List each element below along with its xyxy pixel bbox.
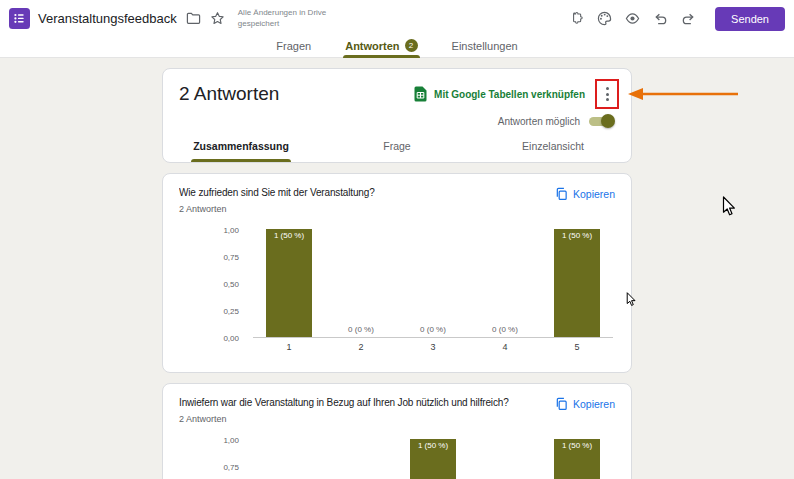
subtab-label: Zusammenfassung xyxy=(193,140,289,152)
question-title: Wie zufrieden sind Sie mit der Veranstal… xyxy=(179,187,375,198)
copy-label: Kopieren xyxy=(573,188,615,200)
redo-icon xyxy=(681,11,696,26)
bar-value-label: 1 (50 %) xyxy=(266,231,312,240)
bar-value-label: 0 (0 %) xyxy=(325,325,397,334)
toggle-knob xyxy=(601,114,615,128)
subtab-label: Frage xyxy=(383,140,410,152)
bar-value-label: 0 (0 %) xyxy=(397,325,469,334)
y-tick-label: 0,25 xyxy=(223,307,239,316)
chart-plot: 1 (50 %)0 (0 %)0 (0 %)0 (0 %)1 (50 %) xyxy=(253,230,613,338)
copy-chart-button[interactable]: Kopieren xyxy=(555,187,615,201)
x-tick-label: 1 xyxy=(253,342,325,352)
chart-y-axis: 1,000,750,500,250,00 xyxy=(179,230,239,338)
bar-slot: 0 (0 %) xyxy=(469,439,541,479)
redo-button[interactable] xyxy=(681,11,696,26)
responses-header-card: 2 Antworten Mit Google Tabellen verknüpf… xyxy=(162,68,632,163)
star-button[interactable] xyxy=(210,11,225,26)
bar-slot: 1 (50 %) xyxy=(397,439,469,479)
subtab-zusammenfassung[interactable]: Zusammenfassung xyxy=(163,132,319,162)
question-summary-card-2: Inwiefern war die Veranstaltung in Bezug… xyxy=(162,383,632,479)
accepting-responses-row: Antworten möglich xyxy=(163,106,631,128)
copy-label: Kopieren xyxy=(573,398,615,410)
tab-fragen[interactable]: Fragen xyxy=(274,37,313,58)
content-area: 2 Antworten Mit Google Tabellen verknüpf… xyxy=(0,58,794,479)
copy-icon xyxy=(555,187,568,201)
bar-chart: 1,000,750,500,250,00 0 (0 %)0 (0 %)1 (50… xyxy=(179,440,615,479)
bar-value-label: 1 (50 %) xyxy=(554,231,600,240)
chart-x-axis: 12345 xyxy=(253,342,613,352)
move-to-folder-button[interactable] xyxy=(186,11,201,26)
question-head: Inwiefern war die Veranstaltung in Bezug… xyxy=(163,384,631,411)
bar-slot: 1 (50 %) xyxy=(253,229,325,337)
tab-label: Einstellungen xyxy=(452,40,518,52)
preview-button[interactable] xyxy=(625,11,640,26)
copy-chart-button[interactable]: Kopieren xyxy=(555,397,615,411)
forms-logo-icon[interactable] xyxy=(9,8,30,29)
app-header: Veranstaltungsfeedback Alle Änderungen i… xyxy=(0,0,794,58)
topbar-actions: Senden xyxy=(569,7,785,31)
bar-value-label: 0 (0 %) xyxy=(469,325,541,334)
bar-slot: 1 (50 %) xyxy=(541,229,613,337)
bar-slot: 0 (0 %) xyxy=(469,229,541,337)
responses-count-badge: 2 xyxy=(405,39,418,52)
sheets-icon xyxy=(414,86,427,102)
x-tick-label: 4 xyxy=(469,342,541,352)
bar: 1 (50 %) xyxy=(554,439,600,479)
copy-icon xyxy=(555,397,568,411)
tab-label: Fragen xyxy=(276,40,311,52)
bar-slot: 0 (0 %) xyxy=(397,229,469,337)
customize-theme-button[interactable] xyxy=(597,11,612,26)
bar-slot: 1 (50 %) xyxy=(541,439,613,479)
question-response-count: 2 Antworten xyxy=(163,201,631,214)
main-tabs: Fragen Antworten 2 Einstellungen xyxy=(0,37,794,58)
responses-header-row: 2 Antworten Mit Google Tabellen verknüpf… xyxy=(163,69,631,106)
subtab-frage[interactable]: Frage xyxy=(319,132,475,162)
folder-icon xyxy=(186,11,201,26)
more-options-button[interactable] xyxy=(599,82,615,106)
subtab-einzelansicht[interactable]: Einzelansicht xyxy=(475,132,631,162)
undo-button[interactable] xyxy=(653,11,668,26)
tab-antworten[interactable]: Antworten 2 xyxy=(343,37,419,58)
bar: 1 (50 %) xyxy=(410,439,456,479)
bar-chart: 1,000,750,500,250,00 1 (50 %)0 (0 %)0 (0… xyxy=(179,230,615,358)
chart-y-axis: 1,000,750,500,250,00 xyxy=(179,440,239,479)
question-summary-card-1: Wie zufrieden sind Sie mit der Veranstal… xyxy=(162,173,632,373)
puzzle-icon xyxy=(569,11,584,26)
question-head: Wie zufrieden sind Sie mit der Veranstal… xyxy=(163,174,631,201)
x-tick-label: 2 xyxy=(325,342,397,352)
save-status: Alle Änderungen in Drive gespeichert xyxy=(238,8,338,29)
y-tick-label: 0,75 xyxy=(223,463,239,472)
y-tick-label: 0,50 xyxy=(223,280,239,289)
palette-icon xyxy=(597,11,612,26)
bar-slot: 0 (0 %) xyxy=(325,439,397,479)
more-options-wrap xyxy=(599,82,615,106)
link-to-sheets-button[interactable]: Mit Google Tabellen verknüpfen xyxy=(414,86,585,102)
eye-icon xyxy=(625,11,640,26)
bar-value-label: 1 (50 %) xyxy=(410,441,456,450)
question-response-count: 2 Antworten xyxy=(163,411,631,424)
send-button[interactable]: Senden xyxy=(715,7,785,31)
responses-header-actions: Mit Google Tabellen verknüpfen xyxy=(414,82,615,106)
topbar: Veranstaltungsfeedback Alle Änderungen i… xyxy=(0,0,794,37)
subtab-label: Einzelansicht xyxy=(522,140,584,152)
form-title[interactable]: Veranstaltungsfeedback xyxy=(38,11,177,26)
accepting-responses-label: Antworten möglich xyxy=(498,116,580,127)
chart-plot: 0 (0 %)0 (0 %)1 (50 %)0 (0 %)1 (50 %) xyxy=(253,440,613,479)
tab-einstellungen[interactable]: Einstellungen xyxy=(450,37,520,58)
bar-value-label: 1 (50 %) xyxy=(554,441,600,450)
response-view-subtabs: Zusammenfassung Frage Einzelansicht xyxy=(163,132,631,162)
bar-slot: 0 (0 %) xyxy=(253,439,325,479)
y-tick-label: 0,00 xyxy=(223,334,239,343)
google-forms-responses-page: Veranstaltungsfeedback Alle Änderungen i… xyxy=(0,0,794,479)
accepting-responses-toggle[interactable] xyxy=(588,114,615,128)
y-tick-label: 0,75 xyxy=(223,253,239,262)
y-tick-label: 1,00 xyxy=(223,226,239,235)
bar: 1 (50 %) xyxy=(266,229,312,337)
responses-count-title: 2 Antworten xyxy=(179,83,279,105)
star-icon xyxy=(210,11,225,26)
tab-label: Antworten xyxy=(345,40,399,52)
add-ons-button[interactable] xyxy=(569,11,584,26)
bar-slot: 0 (0 %) xyxy=(325,229,397,337)
undo-icon xyxy=(653,11,668,26)
question-title: Inwiefern war die Veranstaltung in Bezug… xyxy=(179,397,509,408)
